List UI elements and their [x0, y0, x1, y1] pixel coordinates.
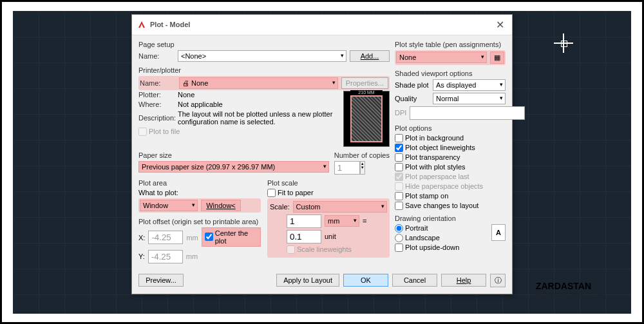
help-button[interactable]: Help — [441, 274, 486, 287]
preview-button[interactable]: Preview... — [138, 274, 184, 287]
dialog-title: Plot - Model — [150, 21, 190, 28]
mm-label: mm — [186, 234, 198, 242]
orientation-icon: A — [491, 224, 506, 241]
plot-sc-check[interactable]: Save changes to layout — [395, 202, 506, 210]
offset-x-label: X: — [138, 234, 145, 242]
upside-down-check[interactable]: Plot upside-down — [395, 243, 506, 252]
plot-dialog: Plot - Model ✕ Page setup Name:<None>Add… — [131, 14, 513, 294]
page-setup-label: Page setup — [138, 41, 390, 48]
printer-label: Printer/plotter — [138, 66, 390, 74]
plot-to-file-check[interactable]: Plot to file — [138, 128, 343, 136]
page-setup-name-select[interactable]: <None> — [178, 50, 346, 62]
paper-size-select[interactable]: Previous paper size (209.97 x 296.97 MM) — [138, 161, 329, 173]
quality-select[interactable]: Normal — [433, 93, 506, 104]
pr-name-label: Name: — [140, 79, 176, 87]
offset-y-label: Y: — [138, 253, 145, 260]
plot-tr-check[interactable]: Plot transparency — [395, 153, 506, 162]
scale-unit-select[interactable]: mm — [325, 215, 359, 227]
scale-num2-input[interactable] — [287, 230, 321, 243]
plot-bg-check[interactable]: Plot in background — [395, 134, 506, 142]
center-plot-check[interactable]: Center the plot — [202, 227, 261, 247]
equals: = — [363, 217, 366, 225]
ok-button[interactable]: OK — [343, 274, 388, 287]
plotter-value: None — [178, 91, 194, 99]
plotter-label: Plotter: — [138, 91, 175, 99]
autocad-icon — [137, 20, 146, 29]
landscape-radio[interactable]: Landscape — [395, 234, 491, 242]
cancel-button[interactable]: Cancel — [392, 274, 437, 287]
what-to-plot-select[interactable]: Window — [140, 200, 198, 211]
fit-to-paper-check[interactable]: Fit to paper — [267, 189, 390, 197]
scale-select[interactable]: Custom — [293, 201, 387, 213]
add-button[interactable]: Add... — [350, 50, 390, 62]
where-value: Not applicable — [178, 100, 223, 108]
ps-name-label: Name: — [138, 52, 175, 60]
shade-plot-select[interactable]: As displayed — [433, 79, 506, 91]
brand-logo: ZARDASTANArchitectural Design Group — [536, 281, 605, 298]
plot-olw-check[interactable]: Plot object lineweights — [395, 144, 506, 152]
printer-name-select[interactable]: 🖨 None — [179, 77, 338, 89]
dor-label: Drawing orientation — [395, 214, 506, 222]
pst-label: Plot style table (pen assignments) — [395, 41, 506, 48]
paper-size-label: Paper size — [138, 151, 329, 159]
where-label: Where: — [138, 100, 175, 108]
svo-label: Shaded viewport options — [395, 70, 506, 77]
desc-label: Description: — [138, 114, 175, 122]
plot-so-check[interactable]: Plot stamp on — [395, 192, 506, 200]
offset-x-input[interactable] — [148, 231, 183, 244]
po-label: Plot options — [395, 124, 506, 132]
desc-value: The layout will not be plotted unless a … — [178, 110, 343, 126]
scale-lineweights-check[interactable]: Scale lineweights — [270, 245, 387, 254]
plot-ppl-check[interactable]: Plot paperspace last — [395, 173, 506, 181]
printer-properties-button[interactable]: Properties... — [341, 77, 388, 89]
apply-button[interactable]: Apply to Layout — [276, 274, 339, 287]
close-icon[interactable]: ✕ — [493, 19, 507, 31]
shade-plot-label: Shade plot — [395, 81, 430, 89]
dpi-input[interactable] — [410, 106, 525, 120]
plot-ps-check[interactable]: Plot with plot styles — [395, 163, 506, 171]
scale-num1-input[interactable] — [287, 214, 321, 228]
copies-input[interactable] — [334, 161, 360, 175]
plot-style-select[interactable]: None — [396, 52, 487, 63]
quality-label: Quality — [395, 95, 430, 102]
unit-label: unit — [325, 233, 336, 240]
mm-label2: mm — [186, 253, 198, 260]
what-to-plot-label: What to plot: — [138, 189, 261, 196]
dpi-label: DPI — [395, 109, 406, 117]
plot-scale-label: Plot scale — [267, 179, 390, 187]
window-button[interactable]: Window< — [201, 200, 241, 211]
offset-y-input[interactable] — [148, 250, 183, 263]
collapse-button[interactable]: ⓘ — [490, 274, 506, 287]
scale-label: Scale: — [270, 203, 290, 211]
plot-area-label: Plot area — [138, 179, 261, 187]
copies-label: Number of copies — [334, 151, 390, 159]
portrait-radio[interactable]: Portrait — [395, 224, 491, 233]
offset-label: Plot offset (origin set to printable are… — [138, 218, 261, 225]
plot-hpo-check[interactable]: Hide paperspace objects — [395, 182, 506, 191]
paper-preview: 210 MM — [343, 91, 390, 147]
plot-style-edit-button[interactable]: ▦ — [490, 52, 504, 64]
